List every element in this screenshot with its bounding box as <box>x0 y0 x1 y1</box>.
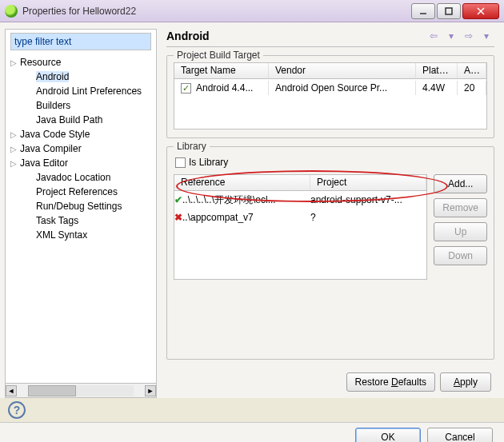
library-title: Library <box>174 141 210 152</box>
is-library-checkbox[interactable] <box>175 157 186 168</box>
target-platform: 4.4W <box>416 81 458 95</box>
sidebar-item-label: Android <box>36 71 69 82</box>
is-library-label: Is Library <box>189 157 228 168</box>
expand-icon[interactable]: ▷ <box>10 159 20 168</box>
forward-menu[interactable]: ▾ <box>478 29 494 43</box>
reference-path: ..\appcompat_v7 <box>182 212 254 223</box>
sidebar-item-android[interactable]: Android <box>10 70 153 84</box>
reference-path: ..\..\..\..\开发环境\ecl... <box>182 194 276 205</box>
sidebar-item-label: Java Compiler <box>20 143 82 154</box>
target-api: 20 <box>458 81 486 95</box>
sidebar-item-label: Builders <box>36 100 70 111</box>
forward-button[interactable]: ⇨ <box>461 29 477 43</box>
target-name: Android 4.4... <box>196 82 253 94</box>
sidebar-item-xml-syntax[interactable]: XML Syntax <box>10 228 153 242</box>
target-vendor: Android Open Source Pr... <box>269 81 416 95</box>
minimize-button[interactable] <box>411 3 435 19</box>
back-menu[interactable]: ▾ <box>443 29 459 43</box>
ok-button[interactable]: OK <box>355 428 421 442</box>
add-button[interactable]: Add... <box>434 174 487 193</box>
sidebar-item-label: Resource <box>20 57 61 68</box>
cancel-button[interactable]: Cancel <box>427 428 493 442</box>
app-icon <box>5 5 18 18</box>
col-reference[interactable]: Reference <box>174 175 310 190</box>
table-row[interactable]: Android 4.4... Android Open Source Pr...… <box>174 79 486 97</box>
sidebar-item-java-code-style[interactable]: ▷Java Code Style <box>10 127 153 141</box>
sidebar-item-label: Java Code Style <box>20 129 90 140</box>
sidebar-item-label: Android Lint Preferences <box>36 86 142 97</box>
sidebar-item-android-lint-preferences[interactable]: Android Lint Preferences <box>10 84 153 98</box>
library-row[interactable]: ✔..\..\..\..\开发环境\ecl...android-support-… <box>174 191 426 209</box>
sidebar-item-label: Java Build Path <box>36 114 102 125</box>
sidebar-item-javadoc-location[interactable]: Javadoc Location <box>10 170 153 185</box>
sidebar-item-label: Java Editor <box>20 157 68 169</box>
library-group: Library Is Library Reference Project ✔..… <box>166 146 494 360</box>
col-vendor[interactable]: Vendor <box>269 63 416 78</box>
col-target-name[interactable]: Target Name <box>174 63 269 78</box>
col-platform[interactable]: Platfo... <box>416 63 458 78</box>
apply-button[interactable]: Apply <box>440 372 491 392</box>
sidebar-scrollbar[interactable]: ◄► <box>6 383 156 397</box>
build-target-group: Project Build Target Target Name Vendor … <box>166 55 494 138</box>
back-button[interactable]: ⇦ <box>426 29 442 43</box>
sidebar-item-label: Task Tags <box>36 215 78 226</box>
window-title: Properties for Helloword22 <box>22 6 411 17</box>
sidebar: ▷ResourceAndroidAndroid Lint Preferences… <box>5 29 157 398</box>
svg-rect-1 <box>446 8 452 14</box>
sidebar-item-resource[interactable]: ▷Resource <box>10 55 153 70</box>
page-title: Android <box>166 30 424 42</box>
sidebar-item-task-tags[interactable]: Task Tags <box>10 213 153 228</box>
help-icon[interactable]: ? <box>8 401 26 419</box>
sidebar-item-label: XML Syntax <box>36 229 87 241</box>
library-row[interactable]: ✖..\appcompat_v7? <box>174 209 426 226</box>
sidebar-item-java-compiler[interactable]: ▷Java Compiler <box>10 141 153 156</box>
expand-icon[interactable]: ▷ <box>10 145 20 153</box>
restore-defaults-button[interactable]: Restore Defaults <box>346 372 435 392</box>
sidebar-item-project-references[interactable]: Project References <box>10 185 153 199</box>
up-button[interactable]: Up <box>434 222 487 241</box>
remove-button[interactable]: Remove <box>434 198 487 217</box>
project-name: ? <box>310 212 426 223</box>
check-icon: ✔ <box>174 194 182 205</box>
sidebar-item-run-debug-settings[interactable]: Run/Debug Settings <box>10 199 153 213</box>
target-checkbox[interactable] <box>181 83 191 94</box>
maximize-button[interactable] <box>437 3 461 19</box>
library-table[interactable]: Reference Project ✔..\..\..\..\开发环境\ecl.… <box>174 174 427 280</box>
project-name: android-support-v7-... <box>310 194 426 205</box>
expand-icon[interactable]: ▷ <box>10 58 20 67</box>
title-bar: Properties for Helloword22 <box>0 0 504 22</box>
col-project[interactable]: Project <box>310 175 426 190</box>
sidebar-item-java-build-path[interactable]: Java Build Path <box>10 113 153 127</box>
close-button[interactable] <box>462 3 499 19</box>
sidebar-item-java-editor[interactable]: ▷Java Editor <box>10 156 153 170</box>
category-tree[interactable]: ▷ResourceAndroidAndroid Lint Preferences… <box>6 54 156 383</box>
build-target-table[interactable]: Target Name Vendor Platfo... AP... Andro… <box>174 62 487 129</box>
down-button[interactable]: Down <box>434 246 487 265</box>
x-icon: ✖ <box>174 212 182 223</box>
filter-input[interactable] <box>10 33 151 50</box>
col-api[interactable]: AP... <box>458 63 486 78</box>
expand-icon[interactable]: ▷ <box>10 130 20 139</box>
sidebar-item-builders[interactable]: Builders <box>10 98 153 113</box>
sidebar-item-label: Project References <box>36 186 118 197</box>
sidebar-item-label: Run/Debug Settings <box>36 201 122 212</box>
build-target-title: Project Build Target <box>174 50 263 61</box>
sidebar-item-label: Javadoc Location <box>36 172 110 183</box>
